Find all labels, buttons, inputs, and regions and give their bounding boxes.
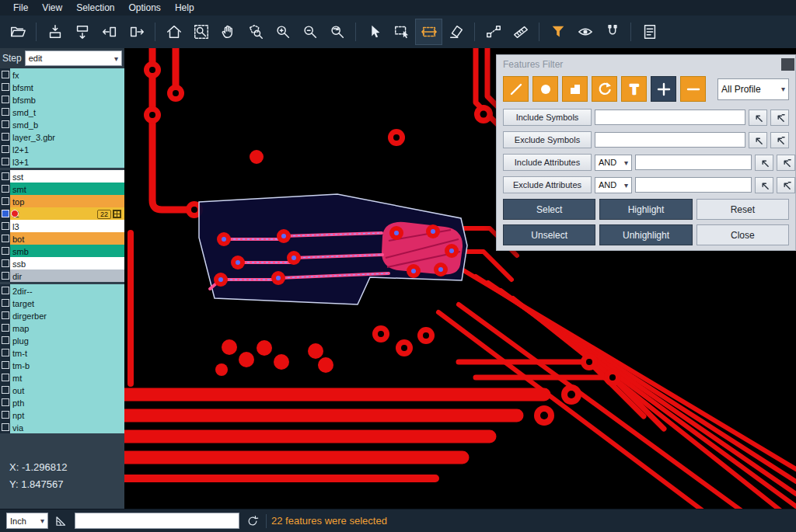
layer-visibility-checkbox[interactable] [0, 409, 10, 421]
layer-visibility-checkbox[interactable] [0, 269, 10, 282]
zoom-in-button[interactable] [270, 19, 295, 44]
layer-visibility-checkbox[interactable] [0, 118, 10, 130]
include-symbols-pick-add-button[interactable] [770, 110, 789, 126]
refresh-button[interactable] [244, 513, 261, 530]
exclude-attributes-pick-button[interactable] [755, 177, 773, 193]
filter-positive-button[interactable] [651, 76, 676, 102]
layer-visibility-checkbox[interactable] [0, 170, 10, 183]
layer-visibility-checkbox[interactable] [0, 359, 10, 371]
include-attributes-input[interactable] [635, 155, 752, 170]
layer-row-bfsmb[interactable]: bfsmb [0, 93, 124, 106]
filter-surfaces-button[interactable] [562, 76, 588, 102]
layer-visibility-checkbox[interactable] [0, 384, 10, 396]
step-dropdown[interactable]: edit ▾ [25, 50, 122, 66]
exclude-attributes-pick-add-button[interactable] [777, 177, 795, 193]
layer-visibility-checkbox[interactable] [0, 284, 10, 297]
filter-text-button[interactable]: T [621, 76, 647, 102]
layer-visibility-checkbox[interactable] [0, 322, 10, 334]
layer-row-dir[interactable]: dir [0, 269, 124, 282]
place-top-button[interactable] [42, 19, 68, 44]
layer-row-fx[interactable]: fx [0, 68, 124, 81]
menu-file[interactable]: File [6, 2, 35, 13]
layer-visibility-checkbox[interactable] [0, 220, 10, 232]
layer-row-l3+1[interactable]: l3+1 [0, 155, 124, 168]
ruler-button[interactable] [508, 19, 533, 44]
include-attributes-logic-dropdown[interactable]: AND ▾ [595, 155, 632, 171]
layer-row-mt[interactable]: mt [0, 371, 124, 384]
layer-visibility-checkbox[interactable] [0, 81, 10, 93]
command-input[interactable] [75, 513, 239, 529]
unselect-button[interactable]: Unselect [503, 224, 595, 245]
place-bottom-button[interactable] [69, 19, 95, 44]
layer-visibility-checkbox[interactable] [0, 143, 10, 155]
filter-arcs-button[interactable] [592, 76, 617, 102]
layer-visibility-checkbox[interactable] [0, 68, 10, 81]
measure-points-button[interactable] [480, 19, 506, 44]
dialog-titlebar[interactable]: Features Filter [497, 55, 795, 74]
unit-dropdown[interactable]: Inch ▾ [6, 513, 48, 529]
layer-row-l3[interactable]: l3 [0, 220, 124, 232]
layer-visibility-checkbox[interactable] [0, 207, 10, 220]
layer-visibility-checkbox[interactable] [0, 245, 10, 257]
layer-row-bot[interactable]: bot [0, 232, 124, 245]
layer-visibility-checkbox[interactable] [0, 371, 10, 384]
exclude-attributes-input[interactable] [635, 177, 752, 193]
snap-button[interactable] [599, 19, 625, 44]
layer-visibility-checkbox[interactable] [0, 396, 10, 409]
angle-mode-button[interactable] [53, 513, 70, 530]
layer-row-ssb[interactable]: ssb [0, 257, 124, 269]
filter-negative-button[interactable] [680, 76, 706, 102]
layer-visibility-checkbox[interactable] [0, 155, 10, 168]
layer-row-plug[interactable]: plug [0, 334, 124, 346]
layer-row-sst[interactable]: sst [0, 170, 124, 183]
layer-row-l2+1[interactable]: l2+1 [0, 143, 124, 155]
filter-lines-button[interactable] [503, 76, 529, 102]
zoom-window-button[interactable] [188, 19, 214, 44]
filter-pads-button[interactable] [532, 76, 558, 102]
layer-row-dirgerber[interactable]: dirgerber [0, 309, 124, 322]
dialog-close-button[interactable] [781, 58, 794, 71]
include-symbols-button[interactable]: Include Symbols [503, 109, 592, 126]
layer-visibility-checkbox[interactable] [0, 421, 10, 433]
layer-row-top[interactable]: top [0, 195, 124, 207]
layer-row-via[interactable]: via [0, 421, 124, 433]
move-in-button[interactable] [96, 19, 122, 44]
menu-selection[interactable]: Selection [69, 2, 121, 13]
move-out-button[interactable] [124, 19, 149, 44]
layer-row-layer_3.gbr[interactable]: layer_3.gbr [0, 130, 124, 143]
layer-visibility-checkbox[interactable] [0, 297, 10, 309]
include-symbols-input[interactable] [595, 110, 745, 125]
rectangle-select-button[interactable] [389, 19, 414, 44]
include-symbols-pick-button[interactable] [749, 110, 767, 126]
layer-visibility-checkbox[interactable] [0, 183, 10, 195]
layer-visibility-checkbox[interactable] [0, 346, 10, 359]
visibility-button[interactable] [572, 19, 598, 44]
layer-visibility-checkbox[interactable] [0, 334, 10, 346]
zoom-polygon-button[interactable] [243, 19, 268, 44]
layer-visibility-checkbox[interactable] [0, 232, 10, 245]
layer-row-smd_b[interactable]: smd_b [0, 118, 124, 130]
layer-row-smb[interactable]: smb [0, 245, 124, 257]
report-button[interactable] [637, 19, 662, 44]
layer-visibility-checkbox[interactable] [0, 195, 10, 207]
layer-visibility-checkbox[interactable] [0, 257, 10, 269]
exclude-symbols-button[interactable]: Exclude Symbols [503, 131, 592, 148]
layer-row-2dir--[interactable]: 2dir-- [0, 284, 124, 297]
layer-row-bfsmt[interactable]: bfsmt [0, 81, 124, 93]
pan-button[interactable] [215, 19, 241, 44]
menu-view[interactable]: View [35, 2, 69, 13]
select-button[interactable]: Select [503, 199, 595, 220]
eraser-button[interactable] [443, 19, 469, 44]
include-attributes-button[interactable]: Include Attributes [503, 154, 592, 171]
reset-button[interactable]: Reset [696, 199, 789, 220]
layer-row-pth[interactable]: pth [0, 396, 124, 409]
exclude-symbols-pick-add-button[interactable] [770, 132, 789, 148]
pointer-select-button[interactable] [361, 19, 387, 44]
layer-row-smd_t[interactable]: smd_t [0, 106, 124, 118]
layer-row-tm-b[interactable]: tm-b [0, 359, 124, 371]
exclude-attributes-button[interactable]: Exclude Attributes [503, 176, 592, 193]
layer-row-map[interactable]: map [0, 322, 124, 334]
layer-row-l2[interactable]: l222 [0, 207, 124, 220]
zoom-previous-button[interactable] [324, 19, 350, 44]
menu-options[interactable]: Options [122, 2, 168, 13]
